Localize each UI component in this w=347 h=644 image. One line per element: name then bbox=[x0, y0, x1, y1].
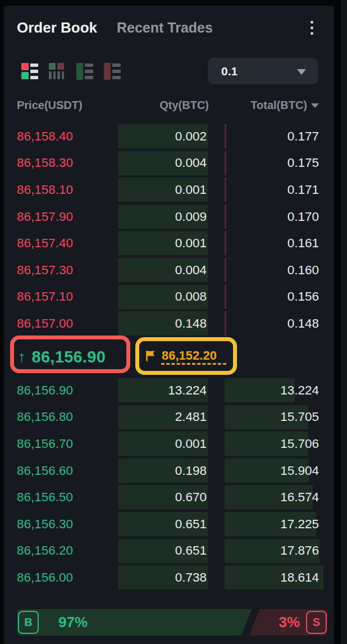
order-book-row[interactable]: 86,158.30 0.004 0.175 bbox=[0, 150, 347, 177]
price-cell: 86,157.10 bbox=[17, 289, 73, 304]
qty-cell: 0.670 bbox=[118, 490, 207, 505]
price-cell: 86,156.30 bbox=[17, 517, 73, 532]
mark-price-value: 86,152.20 bbox=[162, 348, 217, 363]
total-cell: 0.148 bbox=[225, 316, 319, 331]
order-book-row[interactable]: 86,157.00 0.148 0.148 bbox=[0, 310, 347, 337]
column-total[interactable]: Total(BTC) bbox=[225, 99, 319, 112]
arrow-up-icon: ↑ bbox=[18, 348, 26, 366]
book-both-sides-icon[interactable] bbox=[21, 63, 38, 80]
order-book-row[interactable]: 86,156.90 13.224 13.224 bbox=[0, 377, 347, 404]
mid-price-band: ↑ 86,156.90 86,152.20 bbox=[0, 337, 347, 377]
qty-cell: 0.148 bbox=[118, 316, 207, 331]
qty-cell: 0.009 bbox=[118, 210, 207, 224]
sort-caret-down-icon bbox=[311, 103, 319, 108]
qty-cell: 2.481 bbox=[118, 410, 207, 424]
price-cell: 86,156.90 bbox=[17, 383, 73, 398]
precision-value: 0.1 bbox=[221, 65, 238, 78]
mark-price-underline bbox=[161, 363, 226, 365]
asks-list: 86,158.40 0.002 0.177 86,158.30 0.004 0.… bbox=[0, 123, 347, 337]
price-cell: 86,156.70 bbox=[17, 437, 73, 451]
order-book-row[interactable]: 86,157.40 0.001 0.161 bbox=[0, 230, 347, 257]
total-cell: 0.171 bbox=[225, 183, 319, 197]
qty-cell: 0.001 bbox=[118, 437, 207, 451]
mark-price[interactable]: 86,152.20 bbox=[143, 348, 217, 363]
qty-cell: 0.651 bbox=[118, 543, 207, 558]
qty-cell: 0.002 bbox=[118, 129, 207, 144]
column-qty: Qty(BTC) bbox=[118, 99, 209, 112]
total-cell: 0.177 bbox=[225, 129, 319, 144]
sell-percent: 3% bbox=[278, 609, 300, 636]
tab-order-book[interactable]: Order Book bbox=[17, 19, 97, 37]
last-price[interactable]: ↑ 86,156.90 bbox=[18, 348, 106, 366]
total-cell: 16.574 bbox=[225, 490, 319, 505]
chevron-down-icon bbox=[297, 69, 306, 75]
kebab-menu-icon[interactable] bbox=[311, 21, 315, 38]
order-book-row[interactable]: 86,157.10 0.008 0.156 bbox=[0, 284, 347, 311]
tab-recent-trades[interactable]: Recent Trades bbox=[117, 20, 213, 36]
order-book-row[interactable]: 86,156.70 0.001 15.706 bbox=[0, 430, 347, 457]
price-cell: 86,157.90 bbox=[17, 210, 73, 224]
order-book-row[interactable]: 86,158.40 0.002 0.177 bbox=[0, 123, 347, 150]
price-cell: 86,157.00 bbox=[17, 316, 73, 331]
total-cell: 15.705 bbox=[225, 410, 319, 424]
total-cell: 17.225 bbox=[225, 517, 319, 532]
total-cell: 0.170 bbox=[225, 210, 319, 224]
price-cell: 86,158.30 bbox=[17, 156, 73, 170]
view-mode-toolbar bbox=[21, 63, 121, 80]
qty-cell: 0.008 bbox=[118, 289, 207, 304]
qty-cell: 13.224 bbox=[118, 383, 207, 398]
order-book-screenshot: Order Book Recent Trades 0.1 Price(USDT)… bbox=[0, 0, 347, 644]
buy-badge: B bbox=[18, 611, 39, 634]
depth-columns-icon[interactable] bbox=[49, 63, 66, 80]
price-cell: 86,156.50 bbox=[17, 490, 73, 505]
sell-badge: S bbox=[306, 611, 327, 634]
order-book-row[interactable]: 86,156.80 2.481 15.705 bbox=[0, 404, 347, 431]
order-book-row[interactable]: 86,157.90 0.009 0.170 bbox=[0, 203, 347, 230]
last-price-value: 86,156.90 bbox=[32, 348, 106, 366]
qty-cell: 0.004 bbox=[118, 156, 207, 170]
order-book-row[interactable]: 86,156.60 0.198 15.904 bbox=[0, 457, 347, 484]
precision-dropdown[interactable]: 0.1 bbox=[208, 58, 318, 84]
total-cell: 0.160 bbox=[225, 263, 319, 278]
total-cell: 17.876 bbox=[225, 543, 319, 558]
buy-sell-ratio-bar: B 97% 3% S bbox=[17, 609, 327, 636]
qty-cell: 0.738 bbox=[118, 570, 207, 585]
column-price: Price(USDT) bbox=[17, 99, 83, 112]
price-cell: 86,158.40 bbox=[17, 129, 73, 144]
price-cell: 86,156.00 bbox=[17, 570, 73, 585]
buy-ratio-fill bbox=[17, 609, 252, 636]
qty-cell: 0.651 bbox=[118, 517, 207, 532]
total-cell: 0.156 bbox=[225, 289, 319, 304]
bids-only-icon[interactable] bbox=[76, 63, 93, 80]
bids-list: 86,156.90 13.224 13.224 86,156.80 2.481 … bbox=[0, 377, 347, 591]
order-book-row[interactable]: 86,158.10 0.001 0.171 bbox=[0, 176, 347, 203]
qty-cell: 0.198 bbox=[118, 464, 207, 478]
column-headers: Price(USDT) Qty(BTC) Total(BTC) bbox=[0, 99, 347, 114]
order-book-row[interactable]: 86,156.30 0.651 17.225 bbox=[0, 511, 347, 538]
order-book-row[interactable]: 86,156.20 0.651 17.876 bbox=[0, 538, 347, 565]
price-cell: 86,157.30 bbox=[17, 263, 73, 278]
buy-percent: 97% bbox=[58, 609, 88, 636]
total-cell: 18.614 bbox=[225, 570, 319, 585]
total-cell: 15.904 bbox=[225, 464, 319, 478]
price-cell: 86,156.80 bbox=[17, 410, 73, 424]
flag-icon bbox=[143, 348, 157, 362]
total-cell: 13.224 bbox=[225, 383, 319, 398]
order-book-row[interactable]: 86,157.30 0.004 0.160 bbox=[0, 257, 347, 284]
total-cell: 0.161 bbox=[225, 236, 319, 251]
total-cell: 0.175 bbox=[225, 156, 319, 170]
qty-cell: 0.001 bbox=[118, 183, 207, 197]
order-book-row[interactable]: 86,156.50 0.670 16.574 bbox=[0, 484, 347, 511]
price-cell: 86,156.60 bbox=[17, 464, 73, 478]
price-cell: 86,157.40 bbox=[17, 236, 73, 251]
asks-only-icon[interactable] bbox=[104, 63, 121, 80]
total-cell: 15.706 bbox=[225, 437, 319, 451]
qty-cell: 0.001 bbox=[118, 236, 207, 251]
price-cell: 86,158.10 bbox=[17, 183, 73, 197]
price-cell: 86,156.20 bbox=[17, 543, 73, 558]
order-book-row[interactable]: 86,156.00 0.738 18.614 bbox=[0, 564, 347, 591]
qty-cell: 0.004 bbox=[118, 263, 207, 278]
